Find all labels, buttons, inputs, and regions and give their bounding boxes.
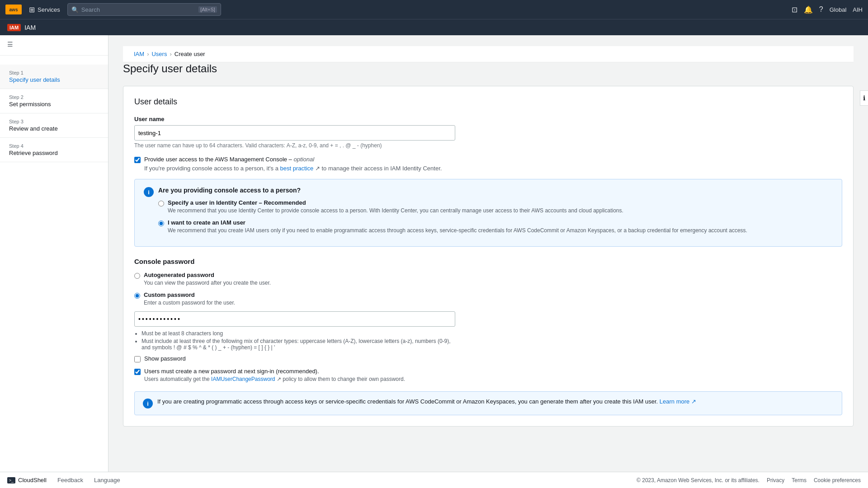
show-password-label[interactable]: Show password <box>144 355 186 362</box>
must-create-desc: Users automatically get the IAMUserChang… <box>144 376 405 382</box>
step-number-3: Step 3 <box>9 119 99 124</box>
radio-identity-center-content: Specify a user in Identity Center – Reco… <box>168 199 623 214</box>
sidebar-hamburger[interactable]: ☰ <box>0 35 108 53</box>
info-banner-text: If you are creating programmatic access … <box>157 398 696 405</box>
radio-identity-center-input[interactable] <box>158 201 164 206</box>
step-item-3[interactable]: Step 3 Review and create <box>0 113 108 138</box>
top-nav: aws ⊞ Services 🔍 [Alt+S] ⊡ 🔔 ? Global AI… <box>0 0 868 19</box>
grid-icon: ⊞ <box>29 5 35 14</box>
password-rule-2: Must include at least three of the follo… <box>142 338 455 351</box>
card-title: User details <box>134 97 842 107</box>
radio-custom-password[interactable]: Custom password Enter a custom password … <box>134 291 842 306</box>
password-input[interactable] <box>134 311 455 327</box>
username-hint: The user name can have up to 64 characte… <box>134 142 842 149</box>
search-bar[interactable]: 🔍 [Alt+S] <box>67 3 221 16</box>
radio-custom-password-content: Custom password Enter a custom password … <box>144 291 235 306</box>
step-item-1[interactable]: Step 1 Specify user details <box>0 65 108 89</box>
footer-links: © 2023, Amazon Web Services, Inc. or its… <box>637 477 861 483</box>
aws-logo-image: aws <box>5 5 22 14</box>
info-side-button[interactable]: ℹ <box>860 90 868 106</box>
cookie-preferences-link[interactable]: Cookie preferences <box>814 477 861 483</box>
must-create-text: Users must create a new password at next… <box>144 368 405 375</box>
step-item-4[interactable]: Step 4 Retrieve password <box>0 138 108 162</box>
username-input[interactable] <box>134 125 455 141</box>
breadcrumb-sep-2: › <box>170 51 171 57</box>
password-rule-1: Must be at least 8 characters long <box>142 330 455 337</box>
breadcrumb-users[interactable]: Users <box>151 51 167 57</box>
console-access-checkbox[interactable] <box>134 157 141 163</box>
info-banner-content: If you are creating programmatic access … <box>157 398 658 405</box>
search-input[interactable] <box>81 6 196 13</box>
cloudshell-icon: >_ <box>7 477 15 483</box>
info-box-header: i Are you providing console access to a … <box>144 187 833 239</box>
service-bar-name: IAM <box>24 24 36 31</box>
must-create-desc1: Users automatically get the <box>144 376 210 382</box>
step-number-2: Step 2 <box>9 94 99 100</box>
learn-more-link[interactable]: Learn more ↗ <box>660 398 696 405</box>
cloudshell-label: CloudShell <box>18 477 47 483</box>
step-label-4: Retrieve password <box>9 150 99 156</box>
bell-icon[interactable]: 🔔 <box>804 5 813 14</box>
show-password-checkbox[interactable] <box>134 356 141 362</box>
nav-right: ⊡ 🔔 ? Global AIH <box>792 5 863 14</box>
user-menu[interactable]: AIH <box>853 6 863 13</box>
radio-autogenerated[interactable]: Autogenerated password You can view the … <box>134 272 842 286</box>
page-title: Specify user details <box>123 62 854 75</box>
service-bar: IAM IAM <box>0 19 868 35</box>
ext-link-icon-2: ↗ <box>277 376 283 382</box>
radio-autogenerated-label: Autogenerated password <box>144 272 271 278</box>
cloudshell-button[interactable]: >_ CloudShell <box>7 477 47 483</box>
sidebar: ☰ Step 1 Specify user details Step 2 Set… <box>0 35 108 472</box>
radio-autogenerated-content: Autogenerated password You can view the … <box>144 272 271 286</box>
radio-custom-label: Custom password <box>144 291 235 298</box>
password-input-wrap: Must be at least 8 characters long Must … <box>134 311 455 351</box>
radio-custom-password-input[interactable] <box>134 293 140 299</box>
console-access-info-box: i Are you providing console access to a … <box>134 179 842 247</box>
step-label-2: Set permissions <box>9 101 99 108</box>
services-label: Services <box>38 6 60 13</box>
console-access-hint: If you're providing console access to a … <box>144 165 842 172</box>
iam-policy-link[interactable]: IAMUserChangePassword <box>211 376 275 382</box>
iam-icon: IAM <box>7 24 21 31</box>
language-link[interactable]: Language <box>94 477 120 483</box>
feedback-link[interactable]: Feedback <box>57 477 83 483</box>
search-shortcut: [Alt+S] <box>198 6 217 13</box>
footer-text: © 2023, Amazon Web Services, Inc. or its… <box>637 477 760 483</box>
content-area: IAM › Users › Create user Specify user d… <box>108 35 868 472</box>
step-number-4: Step 4 <box>9 143 99 149</box>
breadcrumb-iam[interactable]: IAM <box>134 51 144 57</box>
breadcrumb-sep-1: › <box>147 51 149 57</box>
console-hint-text2: to manage their access in IAM Identity C… <box>321 165 442 172</box>
steps-nav: Step 1 Specify user details Step 2 Set p… <box>0 57 108 169</box>
help-icon[interactable]: ? <box>819 5 823 14</box>
privacy-link[interactable]: Privacy <box>767 477 784 483</box>
console-access-text: Provide user access to the AWS Managemen… <box>144 156 292 163</box>
breadcrumb: IAM › Users › Create user <box>123 46 854 62</box>
radio-iam-user-content: I want to create an IAM user We recommen… <box>168 219 747 234</box>
step-label-1: Specify user details <box>9 76 99 83</box>
radio-iam-user[interactable]: I want to create an IAM user We recommen… <box>158 219 833 234</box>
ext-link-icon: ↗ <box>315 165 322 172</box>
services-menu[interactable]: ⊞ Services <box>29 5 60 14</box>
best-practice-link[interactable]: best practice <box>280 165 314 172</box>
radio-identity-center-desc: We recommend that you use Identity Cente… <box>168 207 623 214</box>
must-create-checkbox[interactable] <box>134 369 141 375</box>
info-question: Are you providing console access to a pe… <box>158 187 833 194</box>
terminal-icon[interactable]: ⊡ <box>792 5 797 14</box>
aws-logo[interactable]: aws <box>5 5 22 14</box>
step-item-2[interactable]: Step 2 Set permissions <box>0 89 108 113</box>
radio-autogenerated-input[interactable] <box>134 273 140 279</box>
radio-iam-user-input[interactable] <box>158 221 164 226</box>
radio-identity-center-label: Specify a user in Identity Center – Reco… <box>168 199 623 206</box>
show-password-row: Show password <box>134 355 842 362</box>
breadcrumb-current: Create user <box>175 51 205 57</box>
must-create-row: Users must create a new password at next… <box>134 368 842 382</box>
radio-identity-center[interactable]: Specify a user in Identity Center – Reco… <box>158 199 833 214</box>
must-create-label[interactable]: Users must create a new password at next… <box>144 368 405 382</box>
info-banner: i If you are creating programmatic acces… <box>134 391 842 415</box>
radio-iam-user-desc: We recommend that you create IAM users o… <box>168 227 747 234</box>
region-selector[interactable]: Global <box>830 6 847 13</box>
console-access-label[interactable]: Provide user access to the AWS Managemen… <box>144 156 314 163</box>
terms-link[interactable]: Terms <box>792 477 807 483</box>
search-icon: 🔍 <box>71 6 79 13</box>
